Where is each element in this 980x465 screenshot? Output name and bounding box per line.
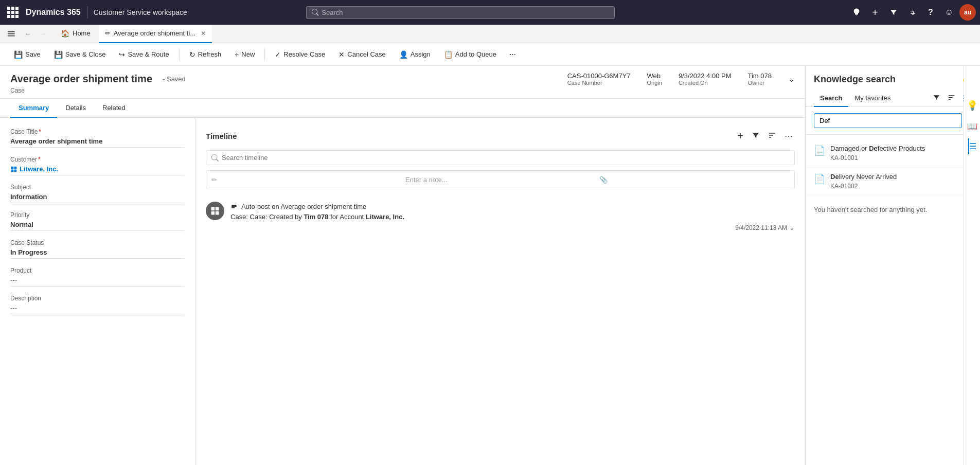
user-avatar[interactable]: au xyxy=(959,4,976,21)
svg-rect-1 xyxy=(8,33,15,34)
timeline-add-button[interactable]: + xyxy=(735,128,745,144)
knowledge-tab-search[interactable]: Search xyxy=(814,90,848,107)
tab-close-button[interactable]: ✕ xyxy=(201,30,206,37)
side-lightbulb-icon[interactable]: 💡 xyxy=(967,97,978,114)
refresh-button[interactable]: ↻ Refresh xyxy=(184,47,227,62)
timeline-search[interactable] xyxy=(206,150,795,165)
autopost-text: Auto-post on Average order shipment time xyxy=(241,203,366,210)
case-status-label: Case Status xyxy=(10,239,185,246)
resolve-case-button[interactable]: ✓ Resolve Case xyxy=(269,47,331,62)
form-body: Case Title Average order shipment time C… xyxy=(0,118,805,465)
settings-button[interactable] xyxy=(904,4,920,21)
assign-label: Assign xyxy=(411,50,431,58)
knowledge-header: Knowledge search 💡 Search My favorites xyxy=(806,66,980,107)
timeline-actions: + xyxy=(735,128,795,144)
save-button[interactable]: 💾 Save xyxy=(8,47,46,62)
timeline-filter-button[interactable] xyxy=(750,129,762,144)
forward-arrow[interactable]: → xyxy=(36,27,50,41)
save-close-button[interactable]: 💾 Save & Close xyxy=(48,47,112,62)
tab-summary[interactable]: Summary xyxy=(10,99,57,118)
home-icon: 🏠 xyxy=(61,29,69,38)
back-arrow[interactable]: ← xyxy=(21,27,35,41)
case-number-field: CAS-01000-G6M7Y7 Case Number xyxy=(567,72,631,86)
creator-name: Tim 078 xyxy=(304,213,328,221)
tab-details[interactable]: Details xyxy=(57,99,94,118)
svg-rect-12 xyxy=(211,211,215,215)
svg-rect-2 xyxy=(8,35,15,37)
timeline-entry-icon xyxy=(210,206,220,216)
side-list-icon[interactable]: ☰ xyxy=(968,138,976,154)
knowledge-tabs: Search My favorites xyxy=(814,90,972,106)
owner-label: Owner xyxy=(748,80,772,86)
case-status-value[interactable]: In Progress xyxy=(10,248,185,259)
cancel-label: Cancel Case xyxy=(347,50,385,58)
timeline-entry-text: Auto-post on Average order shipment time… xyxy=(230,202,795,222)
save-label: Save xyxy=(25,50,41,58)
timeline-sort-button[interactable] xyxy=(766,129,778,144)
app-name: Customer Service workspace xyxy=(94,8,187,16)
knowledge-tab-favorites[interactable]: My favorites xyxy=(848,90,897,107)
result-id-1: KA-01001 xyxy=(830,154,972,162)
form-left-panel: Case Title Average order shipment time C… xyxy=(0,118,195,465)
svg-rect-10 xyxy=(211,207,215,211)
created-on-value: 9/3/2022 4:00 PM xyxy=(679,72,732,80)
tab-case[interactable]: ✏ Average order shipment ti... ✕ xyxy=(99,25,212,43)
subject-field: Subject Information xyxy=(10,184,185,203)
more-options-button[interactable]: ⋯ xyxy=(504,46,521,63)
search-input[interactable] xyxy=(322,9,609,16)
knowledge-filter-button[interactable] xyxy=(931,92,942,105)
case-title: Average order shipment time xyxy=(10,73,152,85)
timeline-search-icon xyxy=(211,154,219,162)
case-title-row: Average order shipment time - Saved CAS-… xyxy=(10,72,795,86)
save-route-button[interactable]: ↪ Save & Route xyxy=(113,47,174,62)
result-content-2: Delivery Never Arrived KA-01002 xyxy=(830,172,972,190)
case-title-field-value[interactable]: Average order shipment time xyxy=(10,137,185,148)
subject-field-value[interactable]: Information xyxy=(10,193,185,203)
product-value[interactable]: --- xyxy=(10,276,185,287)
new-label: New xyxy=(241,50,255,58)
knowledge-result-2[interactable]: 📄 Delivery Never Arrived KA-01002 xyxy=(806,167,980,195)
assign-button[interactable]: 👤 Assign xyxy=(394,47,436,62)
form-tabs: Summary Details Related xyxy=(0,99,805,118)
filter-button[interactable] xyxy=(885,4,902,21)
timeline-timestamp: 9/4/2022 11:13 AM xyxy=(735,224,787,231)
timeline-title: Timeline xyxy=(206,132,237,140)
add-to-queue-button[interactable]: 📋 Add to Queue xyxy=(438,47,502,62)
new-button[interactable]: + New xyxy=(229,47,260,62)
timeline-header: Timeline + xyxy=(206,128,795,144)
lightbulb-icon xyxy=(852,8,861,17)
knowledge-sort-button[interactable] xyxy=(946,92,957,105)
note-attachment-icon[interactable]: 📎 xyxy=(599,176,789,184)
priority-field-value[interactable]: Normal xyxy=(10,221,185,231)
hamburger-button[interactable] xyxy=(4,27,19,41)
tab-home[interactable]: 🏠 Home xyxy=(55,25,97,43)
knowledge-search-row: ✕ xyxy=(806,107,980,135)
timeline-expand-icon[interactable]: ⌄ xyxy=(789,224,795,231)
case-area: Average order shipment time - Saved CAS-… xyxy=(0,66,805,465)
svg-rect-8 xyxy=(769,135,773,135)
cancel-case-button[interactable]: ✕ Cancel Case xyxy=(333,47,391,62)
timeline-more-button[interactable]: ⋯ xyxy=(782,129,795,143)
knowledge-result-1[interactable]: 📄 Damaged or Defective Products KA-01001 xyxy=(806,139,980,167)
knowledge-empty-text: You haven't searched for anything yet. xyxy=(806,195,980,224)
global-search-box[interactable] xyxy=(306,6,615,19)
lightbulb-button[interactable] xyxy=(848,4,865,21)
add-button[interactable]: + xyxy=(867,4,883,21)
description-value[interactable]: --- xyxy=(10,304,185,314)
hamburger-icon xyxy=(7,30,15,38)
case-type-label: Case xyxy=(10,87,795,94)
timeline-search-input[interactable] xyxy=(222,154,789,162)
smiley-button[interactable]: ☺ xyxy=(941,4,957,21)
note-input-area[interactable]: ✏ Enter a note... 📎 xyxy=(206,170,795,189)
description-label: Description xyxy=(10,295,185,302)
side-book-icon[interactable]: 📖 xyxy=(967,118,977,134)
help-button[interactable]: ? xyxy=(922,4,939,21)
case-created-text1: Case: Case: Created by Tim 078 for Accou… xyxy=(230,213,404,221)
tab-related[interactable]: Related xyxy=(94,99,134,118)
customer-field-value[interactable]: Litware, Inc. xyxy=(10,165,185,175)
svg-rect-14 xyxy=(949,95,954,96)
knowledge-search-input[interactable] xyxy=(814,113,962,128)
expand-header-button[interactable]: ⌄ xyxy=(788,74,795,84)
description-field: Description --- xyxy=(10,295,185,314)
waffle-button[interactable] xyxy=(4,4,22,21)
